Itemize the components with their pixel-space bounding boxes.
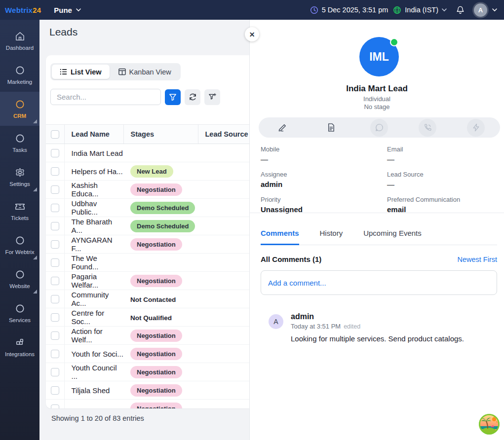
comment-item: A admin Today at 3:51 PMedited Looking f…: [269, 312, 497, 343]
list-view-icon: [60, 68, 67, 75]
table-row[interactable]: Centre for Soc...Not Qualified: [46, 308, 249, 327]
row-checkbox[interactable]: [51, 386, 59, 395]
user-avatar-initial: A: [478, 6, 483, 14]
lead-name-cell[interactable]: The Bharath A...: [64, 217, 123, 235]
sidebar-item-for-webtrix[interactable]: For Webtrix: [0, 228, 39, 262]
lead-name-cell[interactable]: [64, 400, 123, 409]
row-checkbox[interactable]: [51, 295, 59, 303]
row-checkbox[interactable]: [51, 167, 59, 176]
tab-upcoming-events[interactable]: Upcoming Events: [363, 229, 422, 245]
lead-name-cell[interactable]: The We Found...: [64, 254, 123, 272]
row-checkbox[interactable]: [51, 331, 59, 340]
table-row[interactable]: Action for Welf...Negostiation: [46, 327, 249, 345]
lead-name-cell[interactable]: Kashish Educa...: [64, 181, 123, 199]
field-preferred-communication: Preferred Communication email: [387, 196, 497, 214]
table-row[interactable]: The Bharath A...Demo Scheduled: [46, 217, 249, 235]
lead-name-cell[interactable]: Centre for Soc...: [64, 308, 123, 327]
sidebar-item-website[interactable]: Website: [0, 262, 39, 296]
lead-name-cell[interactable]: Udbhav Public...: [64, 199, 123, 217]
comments-header: All Comments (1) Newest First: [261, 255, 497, 263]
table-row[interactable]: Community Ac...Not Contacted: [46, 290, 249, 308]
column-header-lead-name[interactable]: Lead Name: [64, 125, 123, 144]
app-logo[interactable]: Webtrix24: [5, 6, 41, 14]
sort-newest-first-link[interactable]: Newest First: [457, 256, 497, 263]
notifications-button[interactable]: [456, 5, 465, 15]
site-name: Pune: [54, 6, 72, 14]
table-row[interactable]: Tiljala ShedNegostiation: [46, 381, 249, 400]
row-checkbox[interactable]: [51, 313, 59, 322]
add-filter-button[interactable]: [204, 89, 220, 105]
tab-history[interactable]: History: [320, 229, 343, 245]
lead-name-cell[interactable]: Pagaria Welfar...: [64, 272, 123, 290]
island-widget-button[interactable]: [478, 413, 500, 435]
lead-name-cell[interactable]: India Mart Lead: [64, 144, 123, 162]
table-row[interactable]: The We Found...: [46, 254, 249, 272]
column-header-stages[interactable]: Stages: [123, 125, 198, 144]
sidebar-item-settings[interactable]: Settings: [0, 160, 39, 194]
notes-button[interactable]: [322, 119, 340, 137]
refresh-button[interactable]: [185, 89, 200, 105]
row-checkbox[interactable]: [51, 350, 59, 358]
sidebar-item-crm[interactable]: CRM: [0, 92, 39, 126]
table-row[interactable]: Helpers of Ha...New Lead: [46, 162, 249, 181]
sidebar-item-tasks[interactable]: Tasks: [0, 126, 39, 160]
row-checkbox[interactable]: [51, 240, 59, 249]
lead-name-cell[interactable]: Community Ac...: [64, 290, 123, 308]
table-row[interactable]: Kashish Educa...Negostiation: [46, 181, 249, 199]
lead-name-cell[interactable]: Youth Council ...: [64, 363, 123, 381]
table-row[interactable]: AYNGARAN F...Negostiation: [46, 235, 249, 254]
stage-badge: Demo Scheduled: [130, 220, 195, 232]
stage-cell: Negostiation: [123, 381, 198, 400]
site-selector[interactable]: Pune: [54, 6, 81, 14]
timezone-selector[interactable]: India (IST): [393, 6, 447, 14]
column-header-lead-source[interactable]: Lead Source: [198, 125, 249, 144]
edit-button[interactable]: [274, 119, 292, 137]
row-checkbox[interactable]: [51, 185, 59, 194]
row-checkbox[interactable]: [51, 404, 59, 408]
lead-name-cell[interactable]: Tiljala Shed: [64, 381, 123, 400]
submenu-caret-icon: [33, 187, 37, 191]
table-row[interactable]: Pagaria Welfar...Negostiation: [46, 272, 249, 290]
sidebar-item-label: Settings: [9, 181, 30, 187]
user-avatar[interactable]: A: [474, 3, 487, 17]
circle-icon: [14, 303, 26, 314]
tab-comments[interactable]: Comments: [261, 229, 299, 245]
chat-button: [370, 119, 388, 137]
filter-button[interactable]: [165, 89, 181, 105]
table-row[interactable]: Youth Council ...Negostiation: [46, 363, 249, 381]
sidebar-item-services[interactable]: Services: [0, 296, 39, 330]
table-row[interactable]: Youth for Soci...Negostiation: [46, 345, 249, 363]
row-checkbox[interactable]: [51, 277, 59, 285]
lead-source-cell: [198, 381, 249, 400]
row-checkbox[interactable]: [51, 258, 59, 267]
comment-author: admin: [291, 312, 464, 321]
lead-name-cell[interactable]: Action for Welf...: [64, 327, 123, 345]
table-row[interactable]: Negostiation: [46, 400, 249, 409]
circle-icon: [14, 65, 26, 76]
lead-name-cell[interactable]: Youth for Soci...: [64, 345, 123, 363]
sidebar-item-label: For Webtrix: [5, 249, 34, 255]
lead-name-cell[interactable]: Helpers of Ha...: [64, 162, 123, 181]
add-comment-input[interactable]: Add a comment...: [261, 270, 497, 295]
row-checkbox[interactable]: [51, 368, 59, 376]
table-row[interactable]: Udbhav Public...Demo Scheduled: [46, 199, 249, 217]
table-row[interactable]: India Mart Lead: [46, 144, 249, 162]
close-icon: ✕: [249, 31, 255, 38]
lead-name-cell[interactable]: AYNGARAN F...: [64, 235, 123, 254]
select-all-checkbox[interactable]: [51, 130, 59, 139]
chevron-down-icon[interactable]: [492, 7, 497, 12]
sidebar-item-marketing[interactable]: Marketing: [0, 58, 39, 92]
search-input[interactable]: [50, 89, 161, 105]
field-label: Mobile: [261, 146, 387, 153]
tab-kanban-view[interactable]: Kanban View: [111, 65, 179, 79]
close-panel-button[interactable]: ✕: [245, 27, 259, 41]
lead-source-cell: [198, 217, 249, 235]
row-checkbox[interactable]: [51, 204, 59, 212]
sidebar-item-integrations[interactable]: Integrations: [0, 330, 39, 364]
sidebar-item-tickets[interactable]: Tickets: [0, 194, 39, 228]
row-checkbox[interactable]: [51, 149, 59, 157]
sidebar-item-dashboard[interactable]: Dashboard: [0, 24, 39, 58]
tab-list-view[interactable]: List View: [52, 65, 110, 79]
stage-badge: Demo Scheduled: [130, 202, 195, 214]
row-checkbox[interactable]: [51, 222, 59, 230]
